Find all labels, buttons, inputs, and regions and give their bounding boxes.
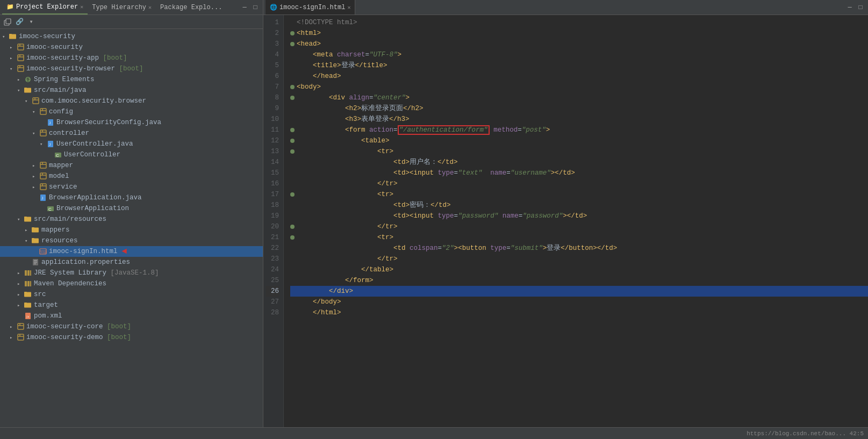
code-line[interactable]: <meta charset="UTF-8"> xyxy=(290,49,868,60)
tree-item-label: imooc-security-core [boot] xyxy=(26,323,131,330)
tree-arrow[interactable]: ▾ xyxy=(32,109,39,115)
link-editor-button[interactable]: 🔗 xyxy=(14,17,25,27)
tree-arrow[interactable]: ▸ xyxy=(17,77,24,83)
tree-item-src-main-java[interactable]: ▾src/main/java xyxy=(0,85,263,96)
tree-arrow[interactable]: ▾ xyxy=(25,238,31,244)
tree-item-imooc-security[interactable]: ▸imooc-security xyxy=(0,42,263,53)
tree-item-jre-system-library[interactable]: ▸JRE System Library [JavaSE-1.8] xyxy=(0,268,263,278)
tree-item-UserController-class[interactable]: CUserController xyxy=(0,149,263,160)
tree-item-maven-dependencies[interactable]: ▸Maven Dependencies xyxy=(0,278,263,289)
tree-item-mapper[interactable]: ▸mapper xyxy=(0,160,263,171)
tree-arrow[interactable]: ▸ xyxy=(32,184,39,190)
tree-item-src-main-resources[interactable]: ▾src/main/resources xyxy=(0,214,263,225)
tree-item-model[interactable]: ▸model xyxy=(0,171,263,182)
tree-arrow[interactable]: ▸ xyxy=(17,292,24,298)
code-line[interactable]: <!DOCTYPE html> xyxy=(290,17,868,28)
code-line[interactable]: </form> xyxy=(290,275,868,286)
tree-arrow[interactable]: ▾ xyxy=(2,34,9,40)
project-tree[interactable]: ▾imooc-security▸imooc-security▸imooc-sec… xyxy=(0,29,263,427)
tree-arrow[interactable]: ▸ xyxy=(32,163,39,169)
editor-minimize[interactable]: — xyxy=(844,2,855,13)
close-project-explorer[interactable]: ✕ xyxy=(80,4,83,10)
tree-arrow[interactable]: ▸ xyxy=(25,227,31,233)
tree-item-target[interactable]: ▸target xyxy=(0,300,263,311)
tree-item-com-imooc-security-browser[interactable]: ▾com.imooc.security.browser xyxy=(0,96,263,106)
code-line[interactable]: <tr> xyxy=(290,189,868,200)
tree-item-controller[interactable]: ▾controller xyxy=(0,128,263,139)
tree-arrow[interactable]: ▸ xyxy=(10,55,16,61)
code-line[interactable]: <title>登录</title> xyxy=(290,60,868,71)
maximize-left-panel[interactable]: □ xyxy=(250,2,261,13)
tree-item-src[interactable]: ▸src xyxy=(0,289,263,300)
code-line[interactable]: </body> xyxy=(290,297,868,307)
tree-arrow[interactable]: ▸ xyxy=(17,270,24,276)
tree-item-badge: [boot] xyxy=(103,334,132,341)
tree-arrow[interactable]: ▾ xyxy=(17,217,24,222)
close-type-hierarchy[interactable]: ✕ xyxy=(148,4,152,11)
code-line[interactable]: </tr> xyxy=(290,254,868,264)
tree-item-BrowserSecurityConfig[interactable]: JBrowserSecurityConfig.java xyxy=(0,117,263,128)
tree-item-imooc-security-core[interactable]: ▸imooc-security-core [boot] xyxy=(0,321,263,332)
tree-item-UserController[interactable]: ▾JUserController.java xyxy=(0,139,263,149)
tree-item-config[interactable]: ▾config xyxy=(0,106,263,117)
code-line[interactable]: <tr> xyxy=(290,232,868,243)
code-line[interactable]: <td>密码：</td> xyxy=(290,200,868,211)
code-line[interactable]: <div align="center"> xyxy=(290,92,868,103)
tree-arrow[interactable]: ▸ xyxy=(32,174,39,179)
tab-type-hierarchy[interactable]: Type Hierarchy ✕ xyxy=(88,0,156,15)
tree-item-pom-xml[interactable]: jspom.xml xyxy=(0,311,263,321)
code-line[interactable]: <tr> xyxy=(290,146,868,157)
code-line[interactable]: <head> xyxy=(290,39,868,49)
code-line[interactable]: <td>用户名：</td> xyxy=(290,157,868,168)
tree-arrow[interactable]: ▸ xyxy=(17,303,24,308)
tree-item-imooc-security-demo[interactable]: ▸imooc-security-demo [boot] xyxy=(0,332,263,343)
tree-item-BrowserApplication[interactable]: JBrowserApplication.java xyxy=(0,192,263,203)
tree-item-service[interactable]: ▸service xyxy=(0,182,263,192)
tree-item-imooc-signIn-html[interactable]: htmlimooc-signIn.html◄ xyxy=(0,246,263,257)
code-line[interactable]: </tr> xyxy=(290,178,868,189)
tree-item-spring-elements[interactable]: ▸Spring Elements xyxy=(0,74,263,85)
code-line[interactable]: </tr> xyxy=(290,221,868,232)
tree-arrow[interactable]: ▾ xyxy=(25,98,31,104)
tree-item-application-properties[interactable]: application.properties xyxy=(0,257,263,268)
view-menu-button[interactable]: ▾ xyxy=(26,17,37,27)
editor-tabs: 🌐 imooc-signIn.html ✕ — □ xyxy=(263,0,868,15)
code-line[interactable]: <body> xyxy=(290,82,868,92)
tab-project-explorer[interactable]: 📁 Project Explorer ✕ xyxy=(2,0,88,15)
code-token: <td><input type="text" name="username"><… xyxy=(297,168,575,178)
code-line[interactable]: <form action="/authentication/form" meth… xyxy=(290,125,868,135)
code-line[interactable]: </head> xyxy=(290,71,868,82)
code-line[interactable]: <h2>标准登录页面</h2> xyxy=(290,103,868,114)
editor-area[interactable]: 1234567891011121314151617181920212223242… xyxy=(263,15,868,427)
tree-arrow[interactable]: ▸ xyxy=(10,324,16,330)
tree-arrow[interactable]: ▸ xyxy=(10,335,16,341)
tree-item-imooc-security-browser[interactable]: ▾imooc-security-browser [boot] xyxy=(0,63,263,74)
code-line[interactable]: <h3>表单登录</h3> xyxy=(290,114,868,125)
code-line[interactable]: </html> xyxy=(290,307,868,318)
tree-item-BrowserApplication-class[interactable]: CBrowserApplication xyxy=(0,203,263,214)
editor-maximize[interactable]: □ xyxy=(855,2,866,13)
tree-arrow[interactable]: ▸ xyxy=(17,281,24,287)
tree-item-imooc-security-root[interactable]: ▾imooc-security xyxy=(0,31,263,42)
tree-arrow[interactable]: ▾ xyxy=(10,66,16,72)
code-line[interactable]: <td colspan="2"><button type="submit">登录… xyxy=(290,243,868,254)
code-line[interactable]: <td><input type="password" name="passwor… xyxy=(290,211,868,221)
minimize-left-panel[interactable]: — xyxy=(239,2,250,13)
code-content[interactable]: <!DOCTYPE html><html><head> <meta charse… xyxy=(284,15,868,427)
tree-item-resources[interactable]: ▾resources xyxy=(0,235,263,246)
code-line[interactable]: </div> xyxy=(290,286,868,297)
tree-arrow[interactable]: ▾ xyxy=(40,141,46,147)
tree-arrow[interactable]: ▾ xyxy=(17,88,24,93)
code-line[interactable]: <td><input type="text" name="username"><… xyxy=(290,168,868,178)
tree-arrow[interactable]: ▸ xyxy=(10,45,16,51)
tree-arrow[interactable]: ▾ xyxy=(32,131,39,136)
tree-item-mappers[interactable]: ▸mappers xyxy=(0,225,263,235)
editor-tab-imooc-signin[interactable]: 🌐 imooc-signIn.html ✕ xyxy=(266,0,355,15)
tree-item-imooc-security-app[interactable]: ▸imooc-security-app [boot] xyxy=(0,53,263,63)
collapse-all-button[interactable] xyxy=(2,17,13,27)
code-line[interactable]: <table> xyxy=(290,135,868,146)
code-line[interactable]: </table> xyxy=(290,264,868,275)
close-editor-tab[interactable]: ✕ xyxy=(347,4,350,11)
tab-package-explorer[interactable]: Package Explo... xyxy=(156,0,226,15)
code-line[interactable]: <html> xyxy=(290,28,868,39)
